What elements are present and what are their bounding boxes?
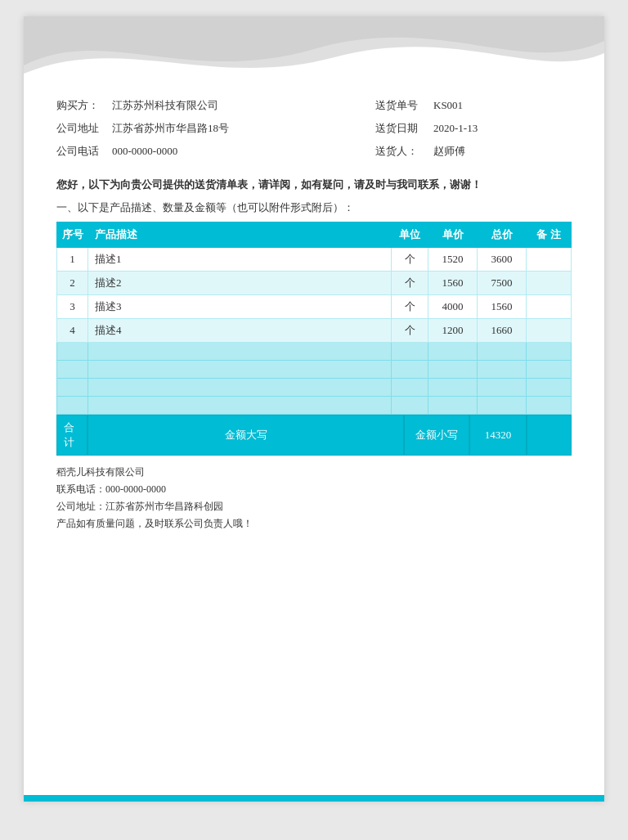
cell-desc: 描述1 — [88, 248, 392, 272]
info-row-2: 公司地址 江苏省苏州市华昌路18号 送货日期 2020-1-13 — [56, 121, 572, 136]
footer-warning: 产品如有质量问题，及时联系公司负责人哦！ — [56, 517, 572, 531]
order-info: 送货单号 KS001 — [375, 98, 572, 113]
address-label: 公司地址 — [56, 121, 99, 136]
date-label: 送货日期 — [375, 121, 420, 136]
cell-desc: 描述3 — [88, 295, 392, 319]
cell-total: 7500 — [478, 272, 527, 295]
cell-remark — [527, 272, 572, 295]
cell-seq: 2 — [57, 272, 88, 295]
cell-desc: 描述4 — [88, 319, 392, 343]
total-label: 合计 — [56, 415, 87, 456]
deliverer-label: 送货人： — [375, 144, 420, 159]
address-value: 江苏省苏州市华昌路18号 — [112, 121, 229, 136]
cell-seq: 1 — [57, 248, 88, 272]
info-section: 购买方： 江苏苏州科技有限公司 送货单号 KS001 公司地址 江苏省苏州市华昌… — [24, 90, 604, 171]
col-total: 总价 — [478, 222, 527, 248]
footer-address: 公司地址：江苏省苏州市华昌路科创园 — [56, 500, 572, 514]
table-row-empty — [57, 379, 572, 397]
cell-unit: 个 — [392, 295, 428, 319]
buyer-value: 江苏苏州科技有限公司 — [112, 98, 218, 113]
total-amount-value: 14320 — [469, 415, 527, 456]
cell-remark — [527, 319, 572, 343]
order-label: 送货单号 — [375, 98, 420, 113]
table-row: 4 描述4 个 1200 1660 — [57, 319, 572, 343]
products-table: 序号 产品描述 单位 单价 总价 备 注 1 描述1 个 1520 3600 2… — [56, 222, 572, 415]
table-row: 2 描述2 个 1560 7500 — [57, 272, 572, 295]
table-header-row: 序号 产品描述 单位 单价 总价 备 注 — [57, 222, 572, 248]
cell-remark — [527, 295, 572, 319]
table-row-empty — [57, 343, 572, 361]
greeting-text: 您好，以下为向贵公司提供的送货清单表，请详阅，如有疑问，请及时与我司联系，谢谢！ — [24, 171, 604, 197]
deliverer-info: 送货人： 赵师傅 — [375, 144, 572, 159]
table-row-empty — [57, 397, 572, 415]
phone-info: 公司电话 000-0000-0000 — [56, 144, 177, 159]
total-remark — [527, 415, 572, 456]
cell-price: 4000 — [428, 295, 478, 319]
col-desc: 产品描述 — [88, 222, 392, 248]
cell-seq: 4 — [57, 319, 88, 343]
cell-unit: 个 — [392, 319, 428, 343]
total-row: 合计 金额大写 金额小写 14320 — [56, 415, 572, 456]
bottom-bar — [24, 795, 604, 802]
cell-unit: 个 — [392, 272, 428, 295]
header-wave — [24, 16, 604, 90]
table-row-empty — [57, 361, 572, 379]
table-row: 1 描述1 个 1520 3600 — [57, 248, 572, 272]
info-row-1: 购买方： 江苏苏州科技有限公司 送货单号 KS001 — [56, 98, 572, 113]
buyer-label: 购买方： — [56, 98, 99, 113]
document-page: 购买方： 江苏苏州科技有限公司 送货单号 KS001 公司地址 江苏省苏州市华昌… — [24, 16, 604, 802]
cell-total: 1660 — [478, 319, 527, 343]
phone-value: 000-0000-0000 — [112, 145, 177, 158]
cell-unit: 个 — [392, 248, 428, 272]
col-seq: 序号 — [57, 222, 88, 248]
section-title: 一、以下是产品描述、数量及金额等（也可以附件形式附后）： — [24, 197, 604, 222]
cell-seq: 3 — [57, 295, 88, 319]
col-unit: 单位 — [392, 222, 428, 248]
footer-company: 稻壳儿科技有限公司 — [56, 465, 572, 479]
address-info: 公司地址 江苏省苏州市华昌路18号 — [56, 121, 229, 136]
cell-price: 1200 — [428, 319, 478, 343]
cell-desc: 描述2 — [88, 272, 392, 295]
total-desc: 金额大写 — [87, 415, 404, 456]
date-info: 送货日期 2020-1-13 — [375, 121, 572, 136]
col-remark: 备 注 — [527, 222, 572, 248]
phone-label: 公司电话 — [56, 144, 99, 159]
cell-total: 3600 — [478, 248, 527, 272]
order-value: KS001 — [433, 99, 463, 112]
total-amount-label: 金额小写 — [404, 415, 469, 456]
cell-price: 1520 — [428, 248, 478, 272]
buyer-info: 购买方： 江苏苏州科技有限公司 — [56, 98, 218, 113]
date-value: 2020-1-13 — [433, 122, 478, 135]
deliverer-value: 赵师傅 — [433, 144, 465, 159]
products-table-wrap: 序号 产品描述 单位 单价 总价 备 注 1 描述1 个 1520 3600 2… — [24, 222, 604, 415]
cell-remark — [527, 248, 572, 272]
cell-total: 1560 — [478, 295, 527, 319]
table-row: 3 描述3 个 4000 1560 — [57, 295, 572, 319]
col-price: 单价 — [428, 222, 478, 248]
info-row-3: 公司电话 000-0000-0000 送货人： 赵师傅 — [56, 144, 572, 159]
footer-phone: 联系电话：000-0000-0000 — [56, 483, 572, 496]
footer-info: 稻壳儿科技有限公司 联系电话：000-0000-0000 公司地址：江苏省苏州市… — [24, 456, 604, 539]
cell-price: 1560 — [428, 272, 478, 295]
